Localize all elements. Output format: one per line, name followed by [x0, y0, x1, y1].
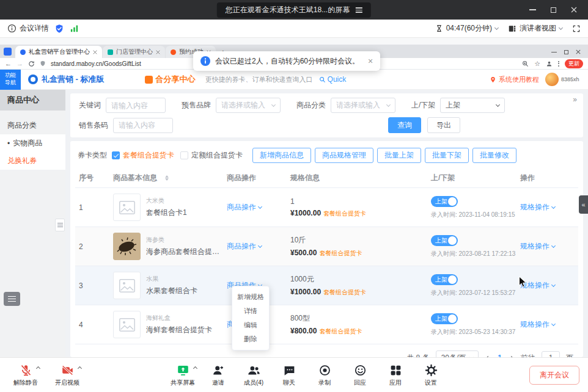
close-icon[interactable] [576, 49, 581, 54]
meeting-timer-dropdown[interactable]: 04:47(60分钟) [435, 23, 498, 34]
meeting-details-button[interactable]: 会议详情 [7, 23, 49, 34]
spec-operation-link[interactable]: 规格操作 [520, 202, 555, 212]
search-plus-icon[interactable] [522, 60, 529, 67]
reaction-button[interactable]: 回应 [343, 363, 377, 387]
browser-tab[interactable]: 门店管理中心 [103, 46, 165, 58]
sidebar-collapse-handle[interactable] [55, 219, 65, 231]
sidebar-item-label: 兑换礼券 [7, 156, 37, 166]
leave-meeting-button[interactable]: 离开会议 [529, 366, 579, 385]
camera-options-chevron[interactable] [78, 366, 82, 371]
keyword-input[interactable] [106, 98, 166, 113]
window-controls [523, 2, 583, 17]
record-button[interactable]: 录制 [307, 363, 342, 387]
mic-options-chevron[interactable] [36, 366, 40, 371]
menu-item-add-spec[interactable]: 新增规格 [232, 290, 269, 304]
browser-tab-active[interactable]: 礼盒营销平台管理中心 [15, 46, 102, 58]
shelf-toggle[interactable]: 上架 [431, 196, 458, 207]
browser-update-button[interactable]: 更新 [565, 59, 583, 68]
sidebar-item-physical-goods[interactable]: •实物商品 [0, 134, 65, 152]
unmute-button[interactable]: 解除静音 [9, 363, 43, 387]
minimize-button[interactable] [523, 2, 542, 17]
members-button[interactable]: 成员(4) [237, 363, 271, 387]
invite-button[interactable]: 邀请 [201, 363, 235, 387]
browser-logo-icon[interactable] [4, 48, 12, 56]
view-mode-dropdown[interactable]: 演讲者视图 [508, 23, 562, 34]
maximize-icon[interactable] [564, 50, 568, 54]
members-icon [248, 364, 260, 377]
menu-item-edit[interactable]: 编辑 [232, 318, 269, 332]
product-category: 水果 [146, 275, 197, 283]
spec-operation-link[interactable]: 规格操作 [520, 241, 555, 252]
nav-toggle-tab[interactable]: 功能导航 [0, 70, 21, 90]
product-category: 海鲜礼盒 [146, 314, 212, 322]
spec-manage-button[interactable]: 商品规格管理 [315, 148, 373, 163]
product-operation-link[interactable]: 商品操作 [227, 202, 262, 212]
collapse-panel-icon[interactable]: » [573, 95, 577, 104]
spec-operation-link[interactable]: 规格操作 [520, 319, 555, 330]
share-menu-icon[interactable] [356, 7, 362, 13]
share-options-chevron[interactable] [193, 366, 197, 371]
settings-button[interactable]: 设置 [414, 363, 448, 387]
info-icon [7, 24, 17, 33]
page-info-icon[interactable] [40, 60, 46, 67]
network-signal-icon[interactable] [70, 24, 79, 33]
menu-item-details[interactable]: 详情 [232, 304, 269, 318]
close-button[interactable] [565, 2, 583, 17]
invite-icon [212, 364, 225, 377]
maximize-button[interactable] [544, 2, 562, 17]
add-product-button[interactable]: 新增商品信息 [252, 148, 311, 163]
minimize-icon [529, 9, 536, 10]
share-center-link[interactable]: 合分享中心 [156, 74, 196, 85]
shelf-select[interactable]: 上架 [440, 98, 505, 113]
right-panel-toggle[interactable]: « [579, 195, 588, 214]
refresh-icon[interactable] [28, 60, 35, 67]
export-button[interactable]: 导出 [427, 117, 460, 133]
checkbox-fixed-card[interactable] [180, 151, 188, 159]
category-select[interactable]: 请选择或输入 [331, 98, 395, 113]
minimize-icon[interactable] [551, 52, 557, 53]
barcode-input[interactable] [113, 118, 173, 133]
spec-operation-link[interactable]: 规格操作 [520, 280, 555, 291]
shelf-toggle[interactable]: 上架 [431, 313, 458, 324]
sidebar-item-gift-vouchers[interactable]: 兑换礼券 [0, 152, 65, 170]
bookmark-star-icon[interactable]: ☆ [534, 60, 540, 68]
tutorial-link[interactable]: 系统使用教程 [490, 75, 539, 84]
user-icon[interactable] [546, 60, 553, 67]
url-field[interactable]: standard.maboy.cn/GoodsGiftList [51, 60, 141, 67]
sidebar-item-category[interactable]: 商品分类 [0, 117, 65, 134]
floating-list-widget[interactable] [4, 292, 20, 306]
batch-off-shelf-button[interactable]: 批量下架 [425, 148, 469, 163]
sort-icon[interactable] [165, 175, 169, 181]
batch-on-shelf-button[interactable]: 批量上架 [377, 148, 421, 163]
tab-close-icon[interactable] [156, 50, 160, 54]
menu-item-delete[interactable]: 删除 [232, 332, 269, 346]
chat-button[interactable]: 聊天 [272, 363, 306, 387]
product-category: 海参类 [146, 236, 219, 244]
checkbox-package-card[interactable] [112, 151, 120, 159]
row-index: 2 [75, 242, 109, 251]
share-screen-button[interactable]: 共享屏幕 [166, 363, 200, 387]
username: 8385xh [561, 76, 582, 82]
security-shield-icon[interactable] [54, 24, 64, 34]
fullscreen-icon[interactable] [572, 24, 581, 33]
batch-edit-button[interactable]: 批量修改 [472, 148, 516, 163]
shelf-toggle[interactable]: 上架 [431, 235, 458, 246]
forward-icon[interactable]: → [17, 60, 23, 67]
product-operation-link[interactable]: 商品操作 [227, 241, 262, 252]
back-icon[interactable]: ← [5, 60, 12, 67]
browser-menu-icon[interactable] [558, 61, 559, 67]
sidebar-item-label: 商品分类 [7, 120, 37, 131]
tab-close-icon[interactable] [93, 50, 97, 54]
apps-button[interactable]: 应用 [378, 363, 413, 387]
page-size-select[interactable]: 30条/页 [436, 350, 479, 357]
brand-select[interactable]: 请选择或输入 [216, 98, 281, 113]
start-video-button[interactable]: 开启视频 [50, 363, 84, 387]
avatar[interactable] [545, 73, 559, 86]
price: ¥1000.00 [290, 209, 321, 217]
column-header: 商品操作 [223, 169, 287, 187]
search-button[interactable]: 查询 [388, 117, 421, 133]
notice-close-icon[interactable]: × [368, 57, 373, 65]
goto-page-input[interactable] [542, 351, 560, 357]
quick-link[interactable]: Quick [319, 75, 347, 84]
shelf-toggle[interactable]: 上架 [431, 274, 458, 285]
